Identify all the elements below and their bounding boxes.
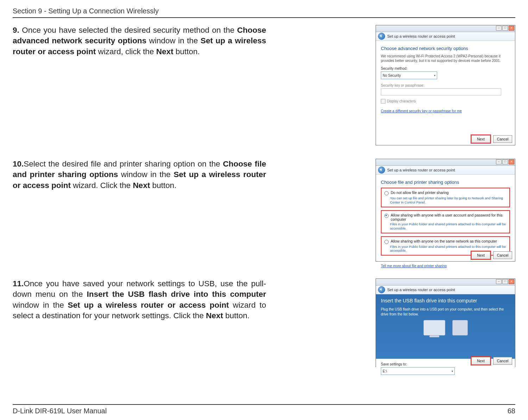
page-footer: D-Link DIR-619L User Manual 68 [13, 404, 515, 415]
step-11-row: 11.Once you have saved your network sett… [13, 278, 515, 377]
next-button[interactable]: Next [471, 135, 490, 143]
security-method-select[interactable]: No Security ▾ [381, 71, 437, 79]
close-button[interactable]: x [509, 159, 514, 164]
step-10-row: 10.Select the desired file and printer s… [13, 159, 515, 268]
step-11-t2: window in the [13, 301, 68, 309]
step-9-t4: button. [173, 47, 200, 56]
back-icon[interactable] [378, 167, 385, 174]
security-method-value: No Security [383, 74, 401, 77]
step-11-t4: button. [223, 311, 250, 320]
step-10-b3: Next [133, 181, 150, 190]
create-key-link[interactable]: Create a different security key or passp… [381, 109, 462, 113]
maximize-button[interactable]: □ [502, 26, 508, 31]
option-no-sharing-title: Do not allow file and printer sharing [391, 190, 449, 195]
step-9-row: 9. Once you have selected the desired se… [13, 25, 515, 148]
passphrase-input[interactable] [381, 88, 501, 95]
step-9-number: 9. [13, 26, 22, 35]
drive-icon [452, 320, 468, 336]
dialog-heading: Choose file and printer sharing options [381, 180, 510, 185]
cancel-button[interactable]: Cancel [493, 251, 512, 259]
security-method-label: Security method: [381, 67, 510, 70]
page-number: 68 [508, 407, 515, 415]
minimize-button[interactable]: – [496, 279, 502, 284]
step-11-b1: Insert the USB flash drive into this com… [87, 290, 266, 299]
display-characters-label: Display characters [387, 99, 416, 103]
step-10-t4: button. [150, 181, 176, 190]
maximize-button[interactable]: □ [502, 279, 508, 284]
radio-no-sharing[interactable] [384, 191, 389, 195]
next-button[interactable]: Next [471, 251, 490, 259]
section-header: Section 9 - Setting Up a Connection Wire… [13, 7, 515, 17]
option-no-sharing-desc: You can set up file and printer sharing … [390, 196, 507, 205]
option-share-network-title: Allow sharing with anyone on the same ne… [391, 239, 497, 243]
wizard-title: Set up a wireless router or access point [387, 34, 455, 38]
radio-share-network[interactable] [384, 240, 389, 244]
wizard-header: Set up a wireless router or access point [376, 166, 515, 175]
drive-select-value: E:\ [383, 369, 387, 373]
dialog-subtext: We recommend using Wi-Fi Protected Acces… [381, 54, 510, 63]
minimize-button[interactable]: – [496, 159, 502, 164]
window-titlebar: – □ x [376, 25, 515, 32]
step-9-t2: window in the [146, 36, 201, 45]
passphrase-label: Security key or passphrase: [381, 83, 510, 87]
next-button[interactable]: Next [471, 357, 490, 365]
display-characters-checkbox[interactable] [381, 99, 385, 104]
screenshot-security-options: – □ x Set up a wireless router or access… [376, 25, 515, 145]
step-10-number: 10. [13, 159, 24, 168]
step-9-b3: Next [156, 47, 174, 56]
step-10-text: 10.Select the desired file and printer s… [13, 159, 266, 191]
computer-icon [423, 320, 445, 336]
option-share-account[interactable]: Allow sharing with anyone with a user ac… [381, 210, 510, 233]
manual-title: D-Link DIR-619L User Manual [13, 407, 107, 415]
wizard-header: Set up a wireless router or access point [376, 32, 515, 41]
drive-select[interactable]: E:\ ▾ [381, 367, 455, 375]
step-10-t2: window in the [118, 170, 174, 179]
dialog-subtext: Plug the USB flash drive into a USB port… [381, 307, 510, 316]
radio-share-account[interactable] [384, 214, 389, 218]
option-share-account-title: Allow sharing with anyone with a user ac… [391, 213, 507, 221]
step-10-t1: Select the desired file and printer shar… [24, 159, 223, 168]
step-11-b3: Next [206, 311, 223, 320]
header-rule [13, 17, 515, 18]
back-icon[interactable] [378, 33, 385, 40]
step-11-text: 11.Once you have saved your network sett… [13, 278, 266, 321]
window-titlebar: – □ x [376, 279, 515, 286]
close-button[interactable]: x [509, 279, 514, 284]
maximize-button[interactable]: □ [502, 159, 508, 164]
screenshot-sharing-options: – □ x Set up a wireless router or access… [376, 159, 515, 262]
option-no-sharing[interactable]: Do not allow file and printer sharing Yo… [381, 188, 510, 207]
step-11-b2: Set up a wireless router or access point [68, 301, 229, 309]
dialog-heading: Insert the USB flash drive into this com… [381, 298, 510, 303]
chevron-down-icon: ▾ [434, 74, 435, 77]
wizard-header: Set up a wireless router or access point [376, 286, 515, 294]
dialog-heading: Choose advanced network security options [381, 46, 510, 51]
step-9-text: 9. Once you have selected the desired se… [13, 25, 266, 57]
step-9-t3: wizard, click the [96, 47, 156, 56]
wizard-title: Set up a wireless router or access point [387, 168, 455, 172]
step-9-t1: Once you have selected the desired secur… [22, 26, 237, 35]
option-share-account-desc: Files in your Public folder and shared p… [390, 222, 507, 231]
wizard-title: Set up a wireless router or access point [387, 288, 455, 292]
screenshot-usb-drive: – □ x Set up a wireless router or access… [376, 278, 515, 367]
back-icon[interactable] [378, 286, 385, 293]
minimize-button[interactable]: – [496, 26, 502, 31]
tell-me-more-link[interactable]: Tell me more about file and printer shar… [381, 264, 447, 268]
close-button[interactable]: x [509, 26, 514, 31]
step-10-t3: wizard. Click the [71, 181, 133, 190]
cancel-button[interactable]: Cancel [493, 357, 512, 365]
cancel-button[interactable]: Cancel [493, 135, 512, 143]
step-11-number: 11. [13, 279, 24, 288]
chevron-down-icon: ▾ [452, 370, 453, 373]
window-titlebar: – □ x [376, 159, 515, 166]
